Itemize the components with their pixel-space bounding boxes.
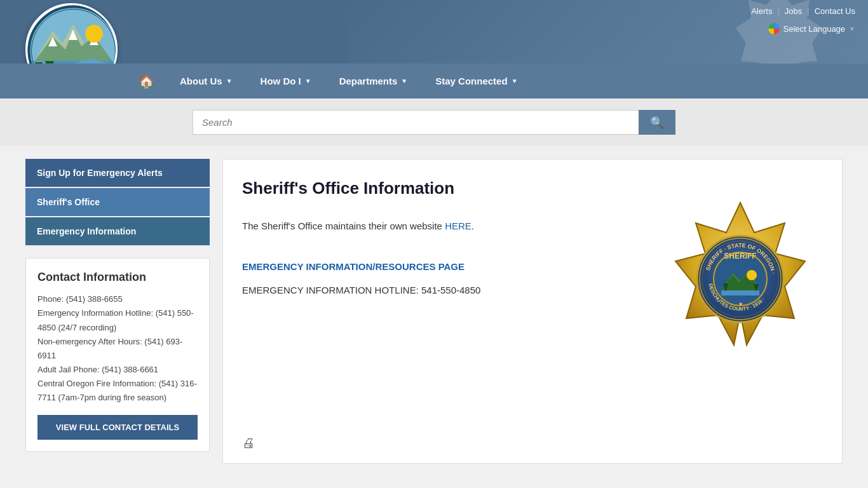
- search-button[interactable]: 🔍: [639, 110, 675, 135]
- svg-point-27: [747, 270, 757, 280]
- contact-fire-info: Central Oregon Fire Information: (541) 3…: [37, 379, 197, 402]
- language-selector[interactable]: Select Language ▼: [768, 23, 856, 34]
- intro-end: .: [471, 220, 474, 231]
- here-link[interactable]: HERE: [445, 220, 471, 231]
- contact-details: Phone: (541) 388-6655 Emergency Informat…: [37, 292, 198, 405]
- print-icon[interactable]: 🖨: [242, 436, 255, 450]
- how-do-i-nav-item[interactable]: How Do I ▼: [247, 64, 325, 98]
- sidebar: Sign Up for Emergency Alerts Sheriff's O…: [25, 159, 210, 464]
- main-content: Sign Up for Emergency Alerts Sheriff's O…: [0, 146, 868, 477]
- content-panel: Sheriff's Office Information The Sheriff…: [222, 159, 843, 464]
- hotline-text: EMERGENCY INFORMATION HOTLINE: 541-550-4…: [242, 281, 592, 299]
- svg-rect-24: [721, 290, 759, 295]
- contact-info-box: Contact Information Phone: (541) 388-665…: [25, 258, 210, 452]
- page-title: Sheriff's Office Information: [242, 179, 823, 198]
- departments-dropdown-icon: ▼: [401, 78, 407, 85]
- intro-text: The Sheriff's Office maintains their own…: [242, 220, 445, 231]
- contact-jail-phone: Adult Jail Phone: (541) 388-6661: [37, 365, 158, 374]
- content-body: The Sheriff's Office maintains their own…: [242, 217, 592, 299]
- svg-marker-11: [35, 62, 43, 64]
- utility-nav: Alerts | Jobs | Contact Us: [751, 6, 855, 16]
- contact-non-emergency: Non-emergency After Hours: (541) 693-691…: [37, 337, 182, 360]
- about-us-nav-item[interactable]: About Us ▼: [166, 64, 247, 98]
- sidebar-item-emergency-info[interactable]: Emergency Information: [25, 217, 210, 245]
- emergency-resources-link[interactable]: EMERGENCY INFORMATION/RESOURCES PAGE: [242, 258, 592, 275]
- top-bar: SHERIFF: [0, 0, 868, 64]
- sidebar-item-emergency-alerts[interactable]: Sign Up for Emergency Alerts: [25, 159, 210, 187]
- county-logo[interactable]: [25, 3, 118, 64]
- contact-emergency-hotline: Emergency Information Hotline: (541) 550…: [37, 308, 194, 332]
- stay-connected-dropdown-icon: ▼: [512, 78, 518, 85]
- contact-us-link[interactable]: Contact Us: [815, 6, 855, 16]
- google-translate-icon: [768, 23, 780, 34]
- select-language-label: Select Language: [783, 24, 846, 34]
- sidebar-item-sheriffs-office[interactable]: Sheriff's Office: [25, 188, 210, 216]
- svg-text:SHERIFF: SHERIFF: [724, 252, 756, 261]
- print-icon-area[interactable]: 🖨: [242, 436, 255, 451]
- jobs-link[interactable]: Jobs: [785, 6, 802, 16]
- language-dropdown-arrow: ▼: [849, 25, 855, 32]
- svg-marker-12: [45, 61, 54, 64]
- main-nav: 🏠 About Us ▼ How Do I ▼ Departments ▼ St…: [0, 64, 868, 98]
- svg-point-14: [85, 25, 103, 43]
- sheriff-badge-image: SHERIFF · STATE OF OREGON · DESCHUTES CO…: [658, 198, 823, 376]
- contact-phone: Phone: (541) 388-6655: [37, 294, 123, 304]
- search-bar: 🔍: [0, 98, 868, 146]
- stay-connected-nav-item[interactable]: Stay Connected ▼: [421, 64, 531, 98]
- intro-paragraph: The Sheriff's Office maintains their own…: [242, 217, 592, 234]
- alerts-link[interactable]: Alerts: [751, 6, 772, 16]
- svg-text:★: ★: [738, 301, 743, 307]
- view-contact-details-button[interactable]: VIEW FULL CONTACT DETAILS: [37, 415, 198, 440]
- how-do-i-dropdown-icon: ▼: [305, 78, 311, 85]
- contact-info-title: Contact Information: [37, 270, 198, 285]
- svg-text:SHERIFF: SHERIFF: [764, 36, 794, 43]
- departments-nav-item[interactable]: Departments ▼: [325, 64, 422, 98]
- about-us-dropdown-icon: ▼: [226, 78, 233, 85]
- search-input[interactable]: [193, 110, 639, 135]
- home-nav-item[interactable]: 🏠: [127, 64, 166, 98]
